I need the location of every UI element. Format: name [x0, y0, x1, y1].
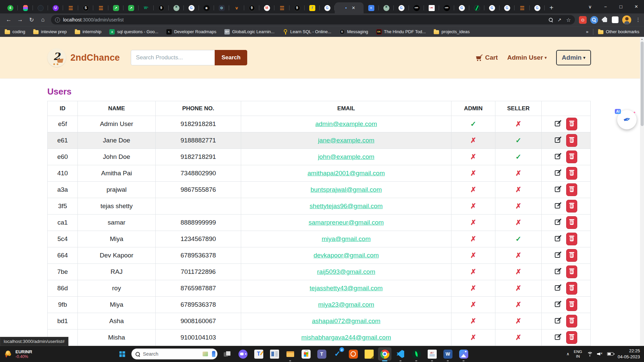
bookmark-item[interactable]: + sql questions - Goo... — [109, 29, 158, 35]
start-button[interactable] — [116, 347, 128, 361]
email-link[interactable]: amithapai2001@gmail.com — [308, 170, 385, 177]
delete-user-button[interactable] — [566, 265, 577, 278]
delete-user-button[interactable] — [566, 167, 577, 180]
bookmark-item[interactable]: coding — [5, 29, 25, 34]
extension-icon[interactable] — [612, 16, 619, 23]
email-link[interactable]: admin@example.com — [315, 120, 377, 127]
wifi-icon[interactable] — [587, 352, 593, 356]
mongodb-button[interactable] — [410, 347, 423, 361]
browser-tab[interactable]: ✕ — [469, 2, 484, 13]
browser-tab[interactable]: G ✕ — [320, 2, 335, 13]
bookmark-item[interactable]: inteview prep — [33, 29, 67, 34]
home-icon[interactable]: ⌂ — [38, 15, 48, 25]
clock[interactable]: 22:25 04-05-2023 — [618, 348, 640, 360]
email-link[interactable]: buntsprajwal@gmail.com — [311, 186, 382, 193]
product-search-input[interactable] — [131, 50, 215, 65]
browser-tab[interactable]: ✕ — [515, 2, 530, 13]
product-search-button[interactable]: Search — [215, 50, 247, 65]
browser-tab[interactable]: * ✕ — [169, 2, 184, 13]
back-icon[interactable]: ← — [3, 15, 14, 25]
browser-tab[interactable]: W³ ✕ — [139, 2, 154, 13]
edit-user-button[interactable] — [555, 302, 560, 308]
edit-user-button[interactable] — [555, 335, 560, 341]
browser-tab[interactable]: ↗ ✕ — [123, 2, 139, 13]
photos-button[interactable] — [457, 347, 470, 361]
email-link[interactable]: samarpreneur@gmail.com — [309, 219, 384, 226]
text-editor-button[interactable]: T — [252, 347, 265, 361]
admin-dropdown-button[interactable]: Admin ▾ — [556, 50, 591, 65]
edit-user-button[interactable] — [555, 154, 560, 160]
browser-tab[interactable]: ⊙ ✕ — [214, 2, 229, 13]
email-link[interactable]: john@example.com — [318, 153, 374, 160]
scrollbar-thumb[interactable] — [641, 42, 644, 126]
ai-assistant-bubble[interactable]: AI ✒ ✦ — [617, 110, 637, 129]
bookmark-item[interactable]: G+ GlobalLogic Learnin... — [224, 29, 274, 35]
task-view-button[interactable] — [220, 347, 234, 361]
bookmark-item[interactable]: GK The Hindu PDF Tod... — [376, 29, 426, 35]
edit-user-button[interactable] — [555, 203, 560, 209]
edit-user-button[interactable] — [555, 170, 560, 177]
email-link[interactable]: shettytejas96@gmail.com — [310, 202, 383, 209]
browser-tab[interactable]: G ✕ — [530, 2, 545, 13]
search-extension-icon[interactable] — [590, 16, 598, 24]
tray-chevron-icon[interactable]: ∧ — [567, 352, 570, 356]
minimize-icon[interactable]: − — [598, 0, 613, 13]
bookmark-item[interactable]: projects_ideas — [434, 29, 470, 34]
battery-icon[interactable] — [607, 352, 613, 356]
email-link[interactable]: miya23@gmail.com — [318, 301, 374, 308]
word-button[interactable]: W — [441, 347, 454, 361]
delete-user-button[interactable] — [566, 150, 577, 163]
browser-tab[interactable]: ✕ — [63, 2, 78, 13]
pinned-check-button[interactable]: ✓ 2 — [331, 347, 344, 361]
delete-user-button[interactable] — [566, 298, 577, 311]
bookmark-item[interactable]: internship — [75, 29, 101, 34]
scroll-up-icon[interactable]: ▲ — [640, 37, 644, 41]
browser-tab[interactable]: ☻ ✕ — [199, 2, 214, 13]
email-link[interactable]: ashapai072@gmail.com — [312, 317, 380, 324]
edit-user-button[interactable] — [555, 252, 560, 259]
bookmarks-overflow-icon[interactable]: » — [586, 29, 588, 34]
teams-button[interactable]: T — [315, 347, 328, 361]
edit-user-button[interactable] — [555, 269, 560, 275]
email-link[interactable]: raij5093@gmail.com — [317, 268, 375, 275]
window-menu-icon[interactable]: ∨ — [582, 0, 598, 13]
desktop-window-button[interactable] — [268, 347, 281, 361]
browser-tab[interactable]: v ✕ — [229, 2, 244, 13]
other-bookmarks[interactable]: Other bookmarks — [598, 29, 639, 34]
cart-link[interactable]: Cart — [476, 54, 498, 61]
browser-tab[interactable]: S ✕ — [78, 2, 93, 13]
reload-icon[interactable]: ↻ — [26, 15, 37, 25]
delete-user-button[interactable] — [566, 249, 577, 262]
snipping-tool-button[interactable] — [346, 347, 360, 361]
email-link[interactable]: mishabhargava244@gmail.com — [301, 334, 391, 341]
browser-tab[interactable]: LMC ✕ — [424, 2, 439, 13]
extensions-puzzle-icon[interactable] — [603, 18, 607, 22]
browser-tab[interactable]: G ✕ — [499, 2, 515, 13]
bookmark-star-icon[interactable]: ☆ — [566, 17, 571, 23]
browser-menu-icon[interactable]: ⋮ — [636, 17, 641, 23]
browser-tab[interactable]: ▪ ✕ — [335, 2, 364, 13]
browser-tab[interactable]: 9 ✕ — [154, 2, 169, 13]
browser-tab[interactable]: 4 ✕ — [3, 2, 18, 13]
tab-close-icon[interactable]: ✕ — [352, 6, 356, 10]
brand-logo[interactable]: 2 — [47, 48, 66, 67]
delete-user-button[interactable] — [566, 200, 577, 213]
delete-user-button[interactable] — [566, 331, 577, 344]
maximize-icon[interactable]: □ — [613, 0, 629, 13]
chat-button[interactable] — [236, 347, 250, 361]
chrome-button[interactable] — [378, 347, 391, 361]
close-icon[interactable]: × — [629, 0, 644, 13]
browser-tab[interactable]: HBR ✕ — [409, 2, 424, 13]
bookmark-item[interactable]: S Messaging — [339, 29, 368, 35]
edit-user-button[interactable] — [555, 137, 560, 144]
page-scrollbar[interactable]: ▲ — [640, 37, 644, 346]
share-icon[interactable]: ↗ — [557, 17, 561, 22]
admin-user-dropdown[interactable]: Admin User ▾ — [507, 54, 547, 61]
browser-tab[interactable]: * ✕ — [379, 2, 394, 13]
browser-tab[interactable]: G ✕ — [454, 2, 469, 13]
browser-tab[interactable]: HBR ✕ — [439, 2, 454, 13]
delete-user-button[interactable] — [566, 134, 577, 147]
edit-user-button[interactable] — [555, 187, 560, 193]
email-link[interactable]: miya@gmail.com — [322, 235, 371, 242]
bookmark-item[interactable]: Learn SQL - Online... — [282, 29, 331, 35]
